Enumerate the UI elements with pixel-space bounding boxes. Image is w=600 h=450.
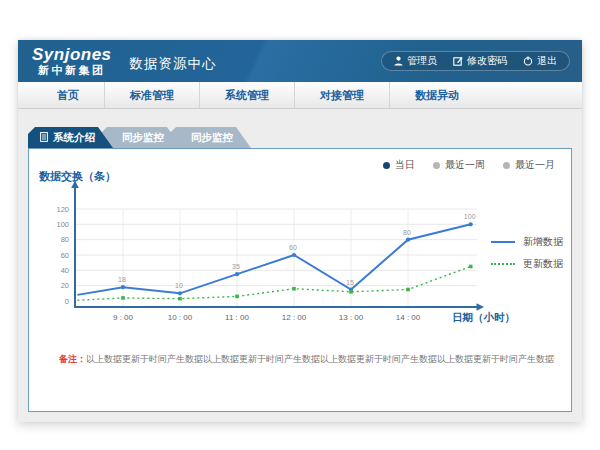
user-menu-admin[interactable]: 管理员	[394, 54, 437, 68]
tab-system-intro-label: 系统介绍	[53, 131, 95, 145]
radio-unselected-icon	[503, 162, 510, 169]
solid-line-icon	[491, 241, 515, 243]
user-menu: 管理员 修改密码 退出	[381, 51, 570, 71]
svg-text:80: 80	[61, 235, 69, 244]
tab-sync-monitor-2[interactable]: 同步监控	[169, 127, 251, 148]
range-option-today[interactable]: 当日	[383, 158, 415, 172]
legend-update-data-label: 更新数据	[523, 257, 563, 271]
range-option-last-month-label: 最近一月	[515, 158, 555, 172]
range-option-today-label: 当日	[395, 158, 415, 172]
dotted-line-icon	[491, 263, 515, 265]
main-nav: 首页 标准管理 系统管理 对接管理 数据异动	[18, 82, 582, 109]
svg-text:11 : 00: 11 : 00	[225, 313, 249, 322]
line-chart: 0204060801001209 : 0010 : 0011 : 0012 : …	[29, 179, 571, 337]
svg-text:60: 60	[61, 251, 69, 260]
app-header: Synjones 新中新集团 数据资源中心 管理员 修改密码 退出	[18, 40, 582, 82]
nav-item-data-change[interactable]: 数据异动	[390, 82, 484, 109]
footnote: 备注：以上数据更新于时间产生数据以上数据更新于时间产生数据以上数据更新于时间产生…	[59, 353, 555, 366]
nav-item-connection-mgmt[interactable]: 对接管理	[295, 82, 390, 109]
nav-item-standard-mgmt[interactable]: 标准管理	[105, 82, 200, 109]
svg-text:20: 20	[61, 281, 69, 290]
user-menu-change-password-label: 修改密码	[467, 54, 507, 68]
user-menu-logout-label: 退出	[537, 54, 557, 68]
company-logo: Synjones 新中新集团	[32, 46, 112, 76]
svg-text:12 : 00: 12 : 00	[282, 313, 307, 322]
svg-text:14 : 00: 14 : 00	[396, 313, 421, 322]
document-icon	[40, 132, 48, 144]
svg-text:10: 10	[175, 282, 183, 289]
chart-panel: 当日 最近一周 最近一月 数据交换（条） 0204060801001209 : …	[28, 148, 572, 412]
chart-legend: 新增数据 更新数据	[491, 235, 563, 271]
radio-selected-icon	[383, 162, 390, 169]
edit-icon	[453, 56, 463, 66]
svg-text:15: 15	[346, 279, 354, 286]
svg-text:80: 80	[403, 229, 411, 236]
nav-item-system-mgmt[interactable]: 系统管理	[200, 82, 295, 109]
user-menu-change-password[interactable]: 修改密码	[453, 54, 507, 68]
svg-text:100: 100	[464, 213, 476, 220]
svg-text:日期（小时）: 日期（小时）	[452, 311, 515, 324]
legend-update-data: 更新数据	[491, 257, 563, 271]
svg-text:10 : 00: 10 : 00	[168, 313, 193, 322]
power-icon	[523, 56, 533, 66]
svg-text:60: 60	[289, 244, 297, 251]
tab-bar: 系统介绍 同步监控 同步监控	[28, 127, 251, 148]
range-option-last-week[interactable]: 最近一周	[433, 158, 485, 172]
time-range-filter: 当日 最近一周 最近一月	[383, 158, 555, 172]
svg-text:100: 100	[56, 220, 69, 229]
page-title: 数据资源中心	[130, 55, 217, 73]
svg-text:120: 120	[56, 205, 69, 214]
radio-unselected-icon	[433, 162, 440, 169]
user-menu-admin-label: 管理员	[407, 54, 437, 68]
tab-system-intro[interactable]: 系统介绍	[28, 127, 113, 148]
svg-text:35: 35	[232, 263, 240, 270]
svg-text:9 : 00: 9 : 00	[113, 313, 134, 322]
svg-text:40: 40	[61, 266, 69, 275]
app-window: Synjones 新中新集团 数据资源中心 管理员 修改密码 退出	[18, 40, 582, 422]
nav-item-home[interactable]: 首页	[32, 82, 105, 109]
footnote-prefix: 备注：	[59, 354, 86, 364]
range-option-last-week-label: 最近一周	[445, 158, 485, 172]
user-menu-logout[interactable]: 退出	[523, 54, 557, 68]
svg-text:13 : 00: 13 : 00	[339, 313, 364, 322]
user-icon	[394, 56, 403, 66]
tab-sync-monitor-1[interactable]: 同步监控	[100, 127, 182, 148]
tab-sync-monitor-1-label: 同步监控	[122, 131, 164, 145]
range-option-last-month[interactable]: 最近一月	[503, 158, 555, 172]
logo-chinese: 新中新集团	[32, 65, 112, 76]
logo-english: Synjones	[32, 46, 112, 63]
tab-sync-monitor-2-label: 同步监控	[191, 131, 233, 145]
svg-text:18: 18	[118, 276, 126, 283]
footnote-text: 以上数据更新于时间产生数据以上数据更新于时间产生数据以上数据更新于时间产生数据以…	[86, 354, 555, 364]
legend-new-data-label: 新增数据	[523, 235, 563, 249]
legend-new-data: 新增数据	[491, 235, 563, 249]
content-area: 系统介绍 同步监控 同步监控 当日 最近一周	[18, 109, 582, 422]
svg-text:0: 0	[65, 297, 69, 306]
